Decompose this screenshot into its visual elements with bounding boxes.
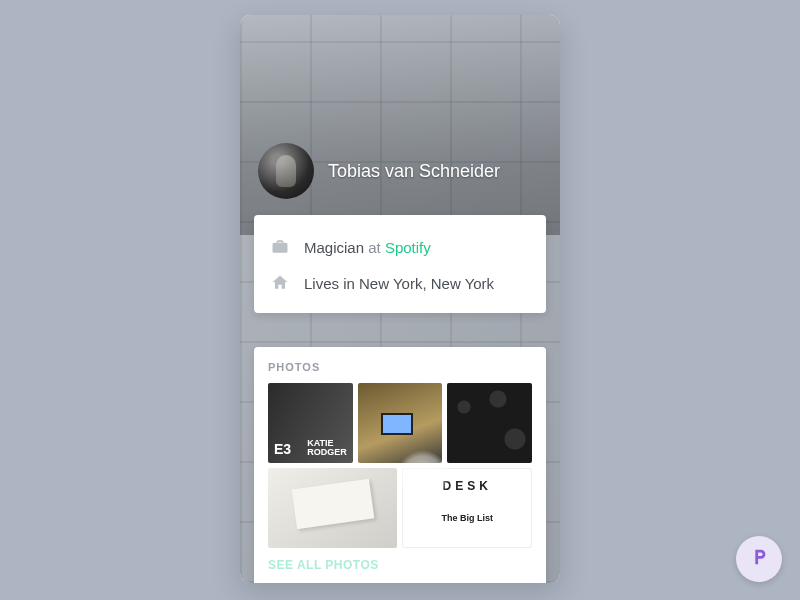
- lives-in-label: Lives in: [304, 275, 355, 292]
- briefcase-icon: [270, 237, 290, 257]
- location-text: Lives in New York, New York: [304, 275, 494, 292]
- photos-grid: [268, 383, 532, 548]
- job-at: at: [368, 239, 381, 256]
- avatar[interactable]: [258, 143, 314, 199]
- hero-overlay: [240, 15, 560, 235]
- location-row: Lives in New York, New York: [270, 265, 530, 301]
- job-row: Magician at Spotify: [270, 229, 530, 265]
- location-value: New York, New York: [359, 275, 494, 292]
- photo-thumbnail[interactable]: [358, 383, 443, 463]
- app-badge-button[interactable]: [736, 536, 782, 582]
- photos-section-title: PHOTOS: [268, 361, 532, 373]
- hero: Tobias van Schneider Magician at Spotify…: [240, 15, 560, 583]
- home-icon: [270, 273, 290, 293]
- see-all-photos-link[interactable]: SEE ALL PHOTOS: [268, 558, 532, 572]
- profile-card: Tobias van Schneider Magician at Spotify…: [240, 15, 560, 583]
- job-text: Magician at Spotify: [304, 239, 431, 256]
- info-card: Magician at Spotify Lives in New York, N…: [254, 215, 546, 313]
- profile-name: Tobias van Schneider: [328, 161, 500, 182]
- job-title: Magician: [304, 239, 364, 256]
- badge-p-icon: [748, 546, 770, 572]
- photo-thumbnail[interactable]: [268, 383, 353, 463]
- identity-row: Tobias van Schneider: [258, 143, 500, 199]
- photos-card: PHOTOS SEE ALL PHOTOS: [254, 347, 546, 583]
- photo-thumbnail[interactable]: [402, 468, 532, 548]
- photo-thumbnail[interactable]: [447, 383, 532, 463]
- photo-thumbnail[interactable]: [268, 468, 397, 548]
- company-link[interactable]: Spotify: [385, 239, 431, 256]
